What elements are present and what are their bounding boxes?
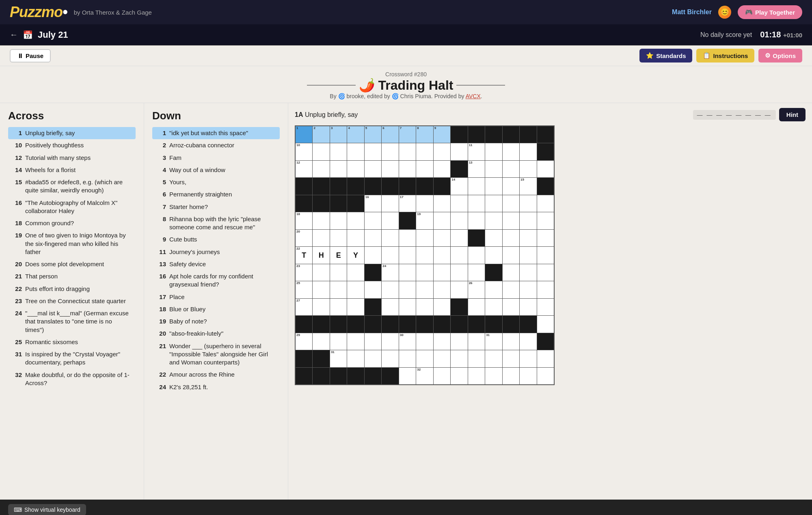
down-clue-item[interactable]: 24K2's 28,251 ft. bbox=[152, 381, 280, 393]
down-clue-item[interactable]: 17Place bbox=[152, 291, 280, 303]
grid-cell[interactable] bbox=[485, 126, 502, 143]
grid-cell[interactable] bbox=[434, 178, 450, 194]
grid-cell[interactable]: 17 bbox=[399, 195, 416, 212]
grid-cell[interactable] bbox=[537, 195, 554, 212]
grid-cell[interactable] bbox=[313, 350, 329, 367]
grid-cell[interactable]: 22T bbox=[296, 247, 312, 263]
grid-cell[interactable] bbox=[416, 247, 433, 263]
grid-cell[interactable] bbox=[416, 161, 433, 177]
grid-cell[interactable] bbox=[382, 247, 398, 263]
grid-cell[interactable] bbox=[520, 230, 536, 246]
grid-cell[interactable] bbox=[347, 161, 364, 177]
grid-cell[interactable] bbox=[434, 264, 450, 281]
grid-cell[interactable] bbox=[537, 126, 554, 143]
grid-cell[interactable] bbox=[313, 299, 329, 315]
grid-cell[interactable] bbox=[503, 350, 519, 367]
across-clue-item[interactable]: 24"___mal ist k___mal" (German excuse th… bbox=[8, 307, 136, 336]
grid-cell[interactable]: 5 bbox=[365, 126, 381, 143]
grid-cell[interactable] bbox=[330, 230, 347, 246]
grid-cell[interactable] bbox=[382, 368, 398, 384]
grid-cell[interactable] bbox=[399, 299, 416, 315]
grid-cell[interactable] bbox=[416, 143, 433, 160]
across-clue-item[interactable]: 21That person bbox=[8, 270, 136, 282]
grid-cell[interactable]: 25 bbox=[296, 281, 312, 298]
grid-cell[interactable]: E bbox=[330, 247, 347, 263]
grid-cell[interactable] bbox=[451, 212, 467, 229]
grid-cell[interactable]: 1 bbox=[296, 126, 312, 143]
grid-cell[interactable] bbox=[365, 264, 381, 281]
grid-cell[interactable] bbox=[382, 230, 398, 246]
grid-cell[interactable] bbox=[416, 264, 433, 281]
grid-cell[interactable] bbox=[416, 281, 433, 298]
grid-cell[interactable] bbox=[330, 264, 347, 281]
grid-cell[interactable] bbox=[537, 368, 554, 384]
grid-cell[interactable] bbox=[537, 212, 554, 229]
hint-button[interactable]: Hint bbox=[779, 108, 806, 121]
puzzmo-logo[interactable]: Puzzmo• bbox=[10, 4, 67, 21]
grid-cell[interactable] bbox=[451, 143, 467, 160]
grid-cell[interactable] bbox=[503, 230, 519, 246]
grid-cell[interactable]: H bbox=[313, 247, 329, 263]
grid-cell[interactable] bbox=[468, 230, 485, 246]
grid-cell[interactable] bbox=[365, 281, 381, 298]
grid-cell[interactable] bbox=[347, 281, 364, 298]
grid-cell[interactable] bbox=[347, 178, 364, 194]
user-name[interactable]: Matt Birchler bbox=[672, 9, 712, 16]
grid-cell[interactable]: 6 bbox=[382, 126, 398, 143]
down-clue-item[interactable]: 5Yours, bbox=[152, 176, 280, 188]
grid-cell[interactable] bbox=[382, 281, 398, 298]
grid-cell[interactable] bbox=[399, 264, 416, 281]
grid-cell[interactable]: 9 bbox=[434, 126, 450, 143]
down-clue-item[interactable]: 8Rihanna bop with the lyric "please some… bbox=[152, 213, 280, 234]
grid-cell[interactable] bbox=[434, 247, 450, 263]
across-clue-item[interactable]: 16"The Autobiography of Malcolm X" colla… bbox=[8, 197, 136, 218]
grid-cell[interactable] bbox=[503, 212, 519, 229]
grid-cell[interactable] bbox=[451, 316, 467, 332]
across-clue-item[interactable]: 32Make doubtful, or do the opposite of 1… bbox=[8, 369, 136, 390]
grid-cell[interactable] bbox=[416, 299, 433, 315]
down-clue-item[interactable]: 20"abso-freakin-lutely" bbox=[152, 328, 280, 340]
instructions-button[interactable]: 📋 Instructions bbox=[696, 49, 754, 62]
grid-cell[interactable] bbox=[520, 299, 536, 315]
grid-cell[interactable] bbox=[451, 368, 467, 384]
grid-cell[interactable] bbox=[399, 368, 416, 384]
grid-cell[interactable] bbox=[399, 281, 416, 298]
grid-cell[interactable] bbox=[537, 333, 554, 350]
grid-cell[interactable] bbox=[520, 316, 536, 332]
grid-cell[interactable] bbox=[365, 230, 381, 246]
grid-cell[interactable] bbox=[451, 299, 467, 315]
grid-cell[interactable] bbox=[382, 212, 398, 229]
grid-cell[interactable] bbox=[468, 195, 485, 212]
grid-cell[interactable] bbox=[365, 212, 381, 229]
grid-cell[interactable] bbox=[537, 230, 554, 246]
grid-cell[interactable] bbox=[416, 195, 433, 212]
grid-cell[interactable] bbox=[399, 350, 416, 367]
grid-cell[interactable] bbox=[434, 316, 450, 332]
grid-cell[interactable] bbox=[537, 299, 554, 315]
grid-cell[interactable] bbox=[451, 161, 467, 177]
grid-cell[interactable] bbox=[485, 368, 502, 384]
down-clue-item[interactable]: 6Permanently straighten bbox=[152, 188, 280, 200]
grid-cell[interactable] bbox=[503, 143, 519, 160]
standards-button[interactable]: ⭐ Standards bbox=[639, 49, 692, 62]
grid-cell[interactable] bbox=[485, 212, 502, 229]
grid-cell[interactable] bbox=[451, 350, 467, 367]
grid-cell[interactable] bbox=[451, 333, 467, 350]
grid-cell[interactable] bbox=[468, 212, 485, 229]
grid-cell[interactable] bbox=[434, 143, 450, 160]
grid-cell[interactable] bbox=[537, 264, 554, 281]
grid-cell[interactable] bbox=[503, 126, 519, 143]
down-clue-item[interactable]: 11Journey's journeys bbox=[152, 246, 280, 258]
grid-cell[interactable] bbox=[520, 161, 536, 177]
grid-cell[interactable] bbox=[468, 333, 485, 350]
grid-cell[interactable] bbox=[347, 350, 364, 367]
grid-cell[interactable] bbox=[537, 350, 554, 367]
grid-cell[interactable] bbox=[330, 212, 347, 229]
grid-cell[interactable] bbox=[313, 333, 329, 350]
grid-cell[interactable]: 16 bbox=[365, 195, 381, 212]
grid-cell[interactable] bbox=[330, 178, 347, 194]
grid-cell[interactable] bbox=[313, 178, 329, 194]
grid-cell[interactable] bbox=[485, 316, 502, 332]
grid-cell[interactable] bbox=[347, 230, 364, 246]
grid-cell[interactable] bbox=[296, 316, 312, 332]
